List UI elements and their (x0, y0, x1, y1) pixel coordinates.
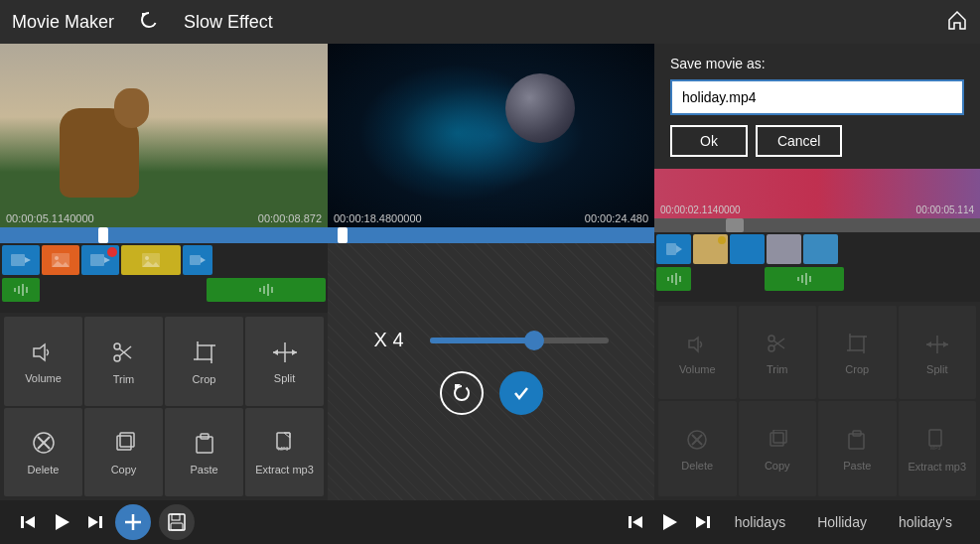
r-clip-4[interactable] (767, 234, 801, 264)
r-copy-button[interactable]: Copy (739, 401, 817, 496)
left-scrubber-thumb[interactable] (98, 227, 108, 243)
save-ok-button[interactable]: Ok (670, 125, 748, 157)
r-clip-1[interactable] (656, 234, 691, 264)
add-button[interactable] (115, 504, 151, 540)
speed-slider-thumb[interactable] (524, 331, 544, 350)
r-next-button[interactable] (691, 508, 715, 536)
extract-mp3-svg: MP3 (274, 432, 296, 454)
track-clip-1[interactable] (2, 245, 40, 275)
prev-button[interactable] (16, 510, 40, 534)
audio-clip-2[interactable] (207, 278, 326, 302)
svg-rect-77 (707, 516, 710, 528)
r-paste-icon (847, 430, 867, 456)
save-filename-input[interactable] (670, 79, 964, 115)
r-volume-button[interactable]: Volume (658, 306, 737, 399)
r-split-button[interactable]: Split (899, 306, 977, 399)
tag-holidays-apos-button[interactable]: holiday's (887, 508, 964, 536)
r-extract-mp3-button[interactable]: MP3 Extract mp3 (899, 401, 977, 496)
left-video-preview[interactable]: 00:00:05.1140000 00:00:08.872 (0, 44, 328, 227)
speed-slider[interactable] (430, 338, 609, 343)
track-clip-4[interactable] (121, 245, 181, 275)
track-clip-3[interactable] (81, 245, 119, 275)
paste-button[interactable]: Paste (165, 408, 243, 497)
r-volume-label: Volume (679, 363, 716, 375)
volume-icon (32, 342, 56, 368)
r-trim-icon (767, 334, 788, 359)
r-play-icon (659, 512, 679, 532)
save-disk-button[interactable] (159, 504, 195, 540)
audio-clip-1[interactable] (2, 278, 40, 302)
tag-holliday-button[interactable]: Holliday (805, 508, 879, 536)
revert-icon (451, 382, 473, 404)
right-scrubber[interactable] (654, 218, 980, 232)
space-timecode-end: 00:00:24.480 (585, 212, 648, 224)
next-icon (87, 514, 103, 530)
confirm-button[interactable] (499, 371, 543, 415)
r-crop-button[interactable]: Crop (818, 306, 897, 399)
crop-button[interactable]: Crop (165, 317, 243, 406)
r-clip-5[interactable] (803, 234, 838, 264)
center-scrubber-thumb[interactable] (338, 227, 348, 243)
r-del-svg (687, 430, 707, 450)
undo-button[interactable] (138, 9, 160, 35)
r-extract-mp3-icon: MP3 (927, 429, 947, 457)
play-button[interactable] (48, 508, 75, 536)
split-button[interactable]: Split (245, 317, 324, 406)
save-cancel-button[interactable]: Cancel (756, 125, 843, 157)
r-delete-button[interactable]: Delete (658, 401, 737, 496)
track-clip-2[interactable] (42, 245, 79, 275)
r-clip-3[interactable] (730, 234, 765, 264)
center-scrubber[interactable] (328, 227, 654, 243)
svg-rect-38 (666, 243, 676, 255)
volume-label: Volume (25, 372, 62, 384)
image-clip-icon (51, 252, 70, 268)
volume-button[interactable]: Volume (4, 317, 82, 406)
r-volume-icon (687, 334, 707, 359)
tag-holidays-button[interactable]: holidays (723, 508, 797, 536)
svg-rect-45 (850, 337, 864, 350)
svg-rect-30 (117, 436, 131, 450)
right-timecode-end: 00:00:05.114 (916, 204, 974, 215)
trim-svg (112, 341, 136, 363)
r-audio-clip-1[interactable] (656, 267, 691, 291)
left-video-track (0, 243, 328, 278)
trim-icon (112, 341, 136, 369)
r-delete-label: Delete (681, 460, 713, 472)
copy-button[interactable]: Copy (84, 408, 163, 497)
track-clip-5[interactable] (183, 245, 212, 275)
r-trim-button[interactable]: Trim (739, 306, 817, 399)
home-button[interactable] (946, 9, 968, 35)
extract-mp3-button[interactable]: MP3 Extract mp3 (245, 408, 324, 497)
save-dialog-buttons: Ok Cancel (670, 125, 964, 157)
svg-rect-58 (773, 430, 786, 443)
crop-label: Crop (193, 373, 216, 385)
r-prev-button[interactable] (624, 508, 647, 536)
save-dialog-label: Save movie as: (670, 56, 964, 71)
r-crop-label: Crop (845, 363, 869, 375)
svg-rect-31 (120, 433, 134, 447)
left-scrubber[interactable] (0, 227, 328, 243)
delete-button[interactable]: Delete (4, 408, 82, 497)
svg-marker-25 (273, 349, 278, 355)
revert-button[interactable] (440, 371, 484, 415)
r-audio-clip-2[interactable] (765, 267, 844, 291)
right-scrubber-thumb[interactable] (726, 218, 744, 232)
r-clip-2[interactable] (693, 234, 728, 264)
svg-line-17 (119, 348, 131, 358)
trim-button[interactable]: Trim (84, 317, 163, 406)
copy-label: Copy (111, 464, 137, 476)
svg-line-16 (119, 346, 131, 356)
next-button[interactable] (83, 510, 107, 534)
space-video-preview[interactable]: 00:00:18.4800000 00:00:24.480 (328, 44, 654, 227)
save-dialog: Save movie as: Ok Cancel (654, 44, 980, 169)
r-paste-button[interactable]: Paste (818, 401, 897, 496)
bottom-right-area: holidays Holliday holiday's (624, 508, 964, 536)
delete-label: Delete (28, 464, 60, 476)
svg-rect-6 (90, 254, 104, 266)
svg-text:MP3: MP3 (930, 445, 941, 451)
r-play-button[interactable] (655, 508, 683, 536)
split-icon (273, 342, 297, 368)
delete-icon (33, 432, 55, 460)
extract-mp3-icon: MP3 (274, 432, 296, 460)
svg-marker-13 (34, 344, 45, 360)
